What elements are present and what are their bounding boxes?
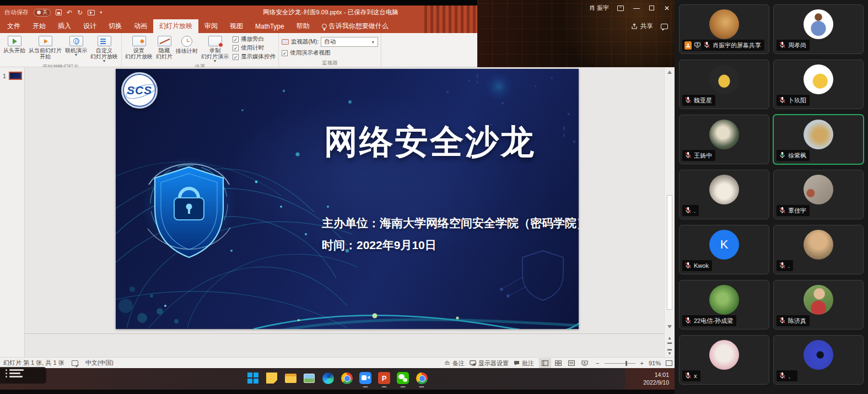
avatar (804, 285, 833, 315)
comments-button[interactable]: 批注 (514, 359, 534, 368)
setup-show-icon (132, 36, 146, 46)
mic-muted-icon (779, 317, 786, 325)
language-status[interactable]: 中文(中国) (85, 359, 114, 367)
participant-tile[interactable]: x (679, 335, 769, 385)
participant-tile[interactable]: 肖振宇的屏幕共享 (679, 4, 769, 54)
tab-切换[interactable]: 切换 (103, 19, 128, 33)
save-icon[interactable] (56, 9, 62, 15)
tab-动画[interactable]: 动画 (128, 19, 153, 33)
taskbar-tencent-meeting-icon[interactable] (358, 371, 373, 385)
participant-name-tag: 肖振宇的屏幕共享 (682, 40, 764, 51)
display-settings-button[interactable]: 显示器设置 (470, 359, 509, 368)
participant-tile[interactable]: 王扬中 (679, 115, 769, 164)
autosave-toggle[interactable]: 关 (34, 9, 51, 17)
mic-muted-icon (684, 152, 692, 160)
hide-slide-icon (158, 36, 171, 46)
participant-tile[interactable]: 陈济真 (773, 280, 864, 330)
normal-view-button[interactable] (539, 358, 551, 368)
taskbar-chrome-2-icon[interactable] (414, 371, 429, 385)
tab-文件[interactable]: 文件 (1, 19, 26, 33)
tab-审阅[interactable]: 审阅 (198, 19, 224, 33)
next-slide-button[interactable]: ▬▼ (667, 347, 672, 356)
scroll-down-icon[interactable] (667, 325, 672, 328)
participant-tile[interactable]: 周孝尚 (773, 4, 864, 54)
taskbar-edge-icon[interactable] (321, 371, 335, 385)
tab-帮助[interactable]: 帮助 (290, 19, 316, 33)
present-online-button[interactable]: 联机演示▼ (63, 34, 89, 57)
slide-canvas[interactable]: SCS 网络安全沙龙 主办单位：海南大学网络空间安全学院（密码学院） 时间：20… (116, 69, 579, 329)
participant-tile[interactable]: 徐紫枫 (773, 115, 864, 164)
rehearse-timings-button[interactable]: 排练计时 (174, 34, 200, 61)
scrollbar-thumb[interactable] (667, 195, 672, 310)
slideshow-view-button[interactable] (579, 358, 591, 368)
taskbar-clock[interactable]: 14:01 2022/9/10 (625, 368, 675, 390)
account-name[interactable]: 肖 振宇 (589, 4, 609, 12)
participant-tile[interactable]: 魏亚星 (679, 60, 769, 109)
zoom-slider-thumb[interactable] (626, 361, 628, 366)
checkbox-使用计时[interactable]: ✓使用计时 (233, 44, 276, 52)
monitor-dropdown[interactable]: 自动▼ (321, 37, 378, 47)
mic-muted-icon (779, 207, 786, 215)
zoom-level[interactable]: 91% (649, 360, 661, 366)
minimize-icon[interactable]: — (632, 4, 641, 12)
play-from-start-button[interactable]: 从头开始 (2, 34, 27, 60)
participant-tile[interactable]: 卜玖阳 (773, 60, 864, 109)
slideshow-qat-icon[interactable] (88, 10, 95, 15)
restore-icon[interactable] (649, 6, 654, 10)
ribbon-display-options-icon[interactable]: ⌃ (617, 6, 624, 11)
taskbar-start-icon[interactable] (246, 371, 260, 385)
zoom-slider[interactable] (605, 363, 635, 364)
avatar (804, 9, 833, 39)
tab-插入[interactable]: 插入 (52, 19, 77, 33)
zoom-in-button[interactable]: + (640, 360, 644, 366)
participant-tile[interactable]: 、 (773, 335, 864, 385)
slide-thumbnail[interactable] (9, 72, 22, 80)
participant-tile[interactable]: . (679, 170, 769, 219)
fit-slide-icon[interactable] (666, 360, 672, 366)
rehearse-timings-icon (181, 36, 192, 47)
checkbox-显示媒体控件[interactable]: ✓显示媒体控件 (233, 53, 276, 61)
tab-设计[interactable]: 设计 (77, 19, 103, 33)
setup-show-button[interactable]: 设置幻灯片放映 (123, 34, 154, 60)
record-show-button[interactable]: 录制幻灯片演示▼ (200, 34, 230, 63)
participant-tile[interactable]: 22电信-孙成梁 (679, 280, 769, 330)
redo-icon[interactable]: ↻ (77, 9, 83, 16)
participant-tile[interactable]: 覃佳宇 (773, 170, 864, 219)
taskbar-file-explorer-icon[interactable] (283, 371, 298, 385)
slide-sorter-view-button[interactable] (552, 358, 564, 368)
comments-icon[interactable] (661, 24, 668, 29)
participant-tile[interactable]: . (773, 225, 864, 274)
tell-me-tab[interactable]: 告诉我你想要做什么 (316, 19, 395, 33)
zoom-out-button[interactable]: − (596, 360, 599, 366)
share-button[interactable]: 共享 (631, 22, 653, 30)
previous-slide-button[interactable]: ▲▬ (667, 336, 672, 345)
meeting-float-widget[interactable] (0, 367, 46, 384)
taskbar-photos-icon[interactable] (302, 371, 316, 385)
undo-icon[interactable]: ↶ (67, 9, 72, 16)
taskbar-powerpoint-icon[interactable]: P (377, 371, 391, 385)
tab-开始[interactable]: 开始 (26, 19, 52, 33)
participant-tile[interactable]: KKwok (679, 225, 769, 274)
taskbar-sticky-notes-icon[interactable] (265, 371, 279, 385)
tab-视图[interactable]: 视图 (224, 19, 249, 33)
avatar (709, 9, 739, 39)
checkbox-播放旁白[interactable]: ✓播放旁白 (233, 35, 276, 43)
ribbon-group-start-show: 从头开始 从当前幻灯片开始联机演示▼自定义幻灯片放映▼ 开始放映幻灯片 (0, 33, 122, 67)
custom-show-button[interactable]: 自定义幻灯片放映▼ (89, 34, 120, 63)
taskbar-chrome-icon[interactable] (339, 371, 354, 385)
tab-MathType[interactable]: MathType (249, 19, 290, 33)
close-icon[interactable]: ✕ (662, 4, 671, 12)
tab-幻灯片放映[interactable]: 幻灯片放映 (153, 19, 198, 33)
avatar (709, 175, 739, 204)
presenter-view-checkbox[interactable]: ✓使用演示者视图 (282, 49, 379, 57)
notes-button[interactable]: 备注 (444, 359, 465, 368)
taskbar-wechat-icon[interactable] (396, 371, 410, 385)
reading-view-button[interactable] (565, 358, 578, 368)
hide-slide-button[interactable]: 隐藏幻灯片 (154, 34, 174, 60)
qat-overflow-icon[interactable]: ▾ (100, 10, 102, 15)
vertical-scrollbar[interactable]: ▲▬ ▬▼ (664, 67, 675, 357)
mic-muted-icon (684, 96, 692, 105)
scroll-up-icon[interactable] (667, 71, 672, 74)
accessibility-icon[interactable] (72, 360, 78, 366)
play-from-current-button[interactable]: 从当前幻灯片开始 (27, 34, 63, 60)
